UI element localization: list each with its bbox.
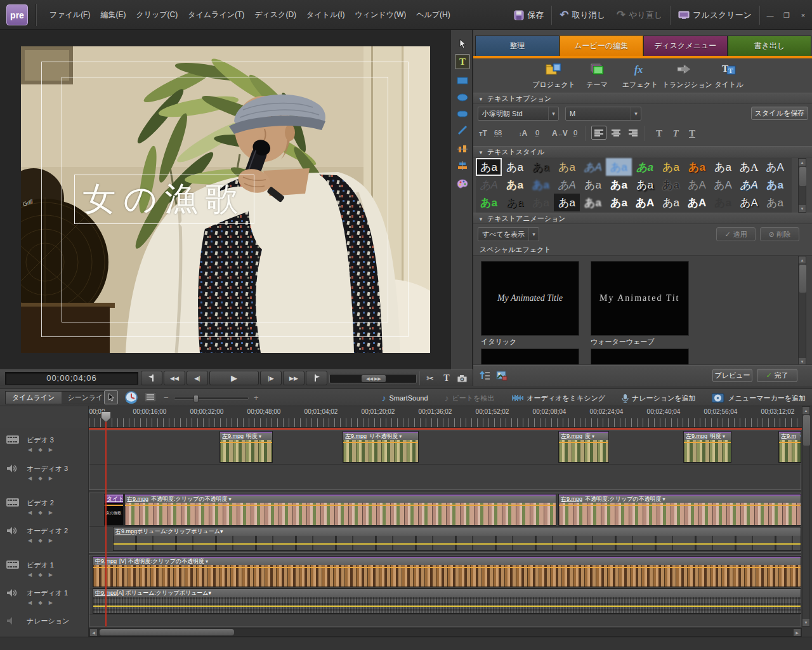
color-properties-tool[interactable]	[455, 176, 470, 191]
keyframe-nav[interactable]: ◀ ◆ ▶	[28, 572, 55, 578]
rectangle-tool[interactable]	[455, 73, 470, 88]
rewind-button[interactable]: ◀◀	[164, 371, 185, 385]
distribute-objects-tool[interactable]	[455, 142, 470, 157]
clip-header[interactable]: 右9.mpgボリューム:クリップボリューム▾	[114, 527, 801, 536]
audio-waveform[interactable]	[93, 597, 801, 613]
step-forward-button[interactable]: |▶	[260, 371, 282, 385]
redo-button[interactable]: ↷やり直し	[613, 7, 666, 23]
text-style-swatch[interactable]: あa	[580, 194, 606, 211]
text-style-swatch[interactable]: あA	[736, 194, 762, 211]
shuttle-handle[interactable]: ◀◀ ▶▶	[362, 375, 386, 382]
menu-item[interactable]: 編集(E)	[95, 7, 131, 23]
timeline-clip-title[interactable]: タイト 女の漁歌	[104, 494, 124, 526]
save-button[interactable]: 保存	[510, 7, 547, 23]
scrollbar-thumb[interactable]	[799, 167, 806, 186]
text-style-swatch[interactable]: あa	[528, 176, 554, 194]
thumbnail-view-icon[interactable]	[496, 370, 508, 381]
razor-split-button[interactable]: ✂	[422, 371, 438, 385]
scrollbar-thumb[interactable]	[799, 265, 806, 293]
text-options-header[interactable]: ▼テキストオプション	[473, 93, 812, 104]
shuttle-control[interactable]: ◀◀ ▶▶	[329, 374, 417, 383]
add-narration-button[interactable]: ナレーションを追加	[622, 394, 696, 403]
track-header-video1[interactable]: ビデオ 1 ◀ ◆ ▶	[0, 558, 89, 586]
keyframe-nav[interactable]: ◀ ◆ ▶	[28, 447, 55, 453]
clip-thumbnails[interactable]	[559, 503, 801, 525]
scroll-left-arrow[interactable]: ◀	[90, 629, 97, 636]
text-style-swatch[interactable]: あa	[632, 158, 658, 176]
dropdown-arrow-icon[interactable]: ▾	[399, 434, 402, 439]
clip-thumbnails[interactable]	[559, 440, 608, 462]
italic-button[interactable]: T	[669, 126, 683, 140]
smartsound-button[interactable]: ♪SmartSound	[381, 394, 428, 402]
text-style-swatch[interactable]: あA	[762, 158, 788, 176]
clip-header[interactable]: タイト	[105, 494, 123, 503]
track-header-audio2[interactable]: オーディオ 2 ◀ ◆ ▶	[0, 524, 89, 552]
text-style-swatch[interactable]: あa	[710, 158, 736, 176]
workspace-tab[interactable]: 整理	[475, 36, 560, 56]
text-style-swatch[interactable]: あa	[762, 176, 788, 194]
timeline-zoom-slider[interactable]	[174, 397, 249, 400]
text-tool[interactable]: T	[455, 54, 470, 69]
text-style-swatch[interactable]: あa	[502, 158, 528, 176]
text-style-swatch[interactable]: あA	[736, 158, 762, 176]
text-style-swatch[interactable]: あa	[606, 158, 632, 176]
clip-header[interactable]: 左9.m▾	[779, 432, 801, 440]
align-left-button[interactable]	[591, 126, 606, 140]
menu-item[interactable]: クリップ(C)	[131, 7, 183, 23]
restore-button[interactable]: ❐	[780, 10, 793, 21]
dropdown-arrow-icon[interactable]: ▾	[800, 434, 801, 439]
fast-forward-button[interactable]: ▶▶	[283, 371, 304, 385]
text-style-swatch[interactable]: あa	[762, 194, 788, 211]
menu-item[interactable]: タイムライン(T)	[183, 7, 249, 23]
clip-thumbnails[interactable]	[684, 440, 731, 462]
dropdown-arrow-icon[interactable]: ▾	[663, 496, 665, 502]
fullscreen-button[interactable]: フルスクリーン	[674, 7, 756, 23]
nav-transitions[interactable]: トランジション	[662, 62, 707, 90]
timeline-horizontal-scrollbar[interactable]: ◀ ▶	[89, 628, 802, 637]
timeline-selection-tool[interactable]	[104, 390, 118, 404]
previous-edit-button[interactable]	[141, 371, 162, 385]
scroll-up-arrow[interactable]: ▲	[799, 256, 806, 263]
audio-waveform[interactable]	[114, 536, 801, 550]
text-style-swatch[interactable]: あa	[632, 176, 658, 194]
line-tool[interactable]	[455, 123, 470, 138]
dropdown-arrow-icon[interactable]: ▾	[229, 496, 232, 502]
done-button[interactable]: ✓完了	[757, 369, 797, 382]
clip-header[interactable]: 右9.mpg不透明度:クリップの不透明度▾	[559, 494, 801, 503]
text-style-swatch[interactable]: あa	[606, 194, 632, 211]
text-style-swatch[interactable]: あa	[710, 194, 736, 211]
text-style-swatch[interactable]: あa	[580, 176, 606, 194]
clip-thumbnails[interactable]: 女の漁歌	[105, 503, 123, 525]
font-family-select[interactable]: 小塚明朝 Std▾	[478, 107, 559, 121]
step-back-button[interactable]: ◀|	[187, 371, 208, 385]
text-style-swatch[interactable]: あa	[554, 194, 580, 211]
rounded-rectangle-tool[interactable]	[455, 106, 470, 121]
timeline-clip-video3[interactable]: 左9.mpg明度▾	[683, 431, 731, 463]
dropdown-arrow-icon[interactable]: ▾	[209, 590, 212, 596]
next-edit-button[interactable]	[306, 371, 327, 385]
keyframe-nav[interactable]: ◀ ◆ ▶	[28, 510, 55, 515]
text-style-swatch[interactable]: あa	[476, 158, 502, 176]
play-button[interactable]: ▶	[209, 371, 259, 385]
text-animation-header[interactable]: ▼テキストアニメーション	[473, 213, 812, 224]
align-objects-tool[interactable]	[455, 158, 470, 173]
clip-header[interactable]: 左9.mpg明度▾	[684, 432, 731, 440]
clip-header[interactable]: 左9.mpg度▾	[559, 432, 608, 440]
dropdown-arrow-icon[interactable]: ▾	[206, 559, 208, 564]
scroll-right-arrow[interactable]: ▶	[794, 629, 801, 636]
ellipse-tool[interactable]	[455, 90, 470, 105]
text-style-swatch[interactable]: あA	[580, 158, 606, 176]
scroll-down-arrow[interactable]: ▼	[799, 205, 806, 212]
clip-header[interactable]: 左9.mpgり不透明度▾	[343, 432, 418, 440]
text-style-swatch[interactable]: あA	[554, 176, 580, 194]
timeline-clip-video2-a[interactable]: 右9.mpg不透明度:クリップの不透明度▾	[124, 494, 556, 526]
nav-themes[interactable]: テーマ	[575, 62, 619, 90]
workspace-tab[interactable]: 書き出し	[728, 36, 812, 56]
preview-button[interactable]: プレビュー	[712, 369, 752, 382]
keyframe-nav[interactable]: ◀ ◆ ▶	[28, 600, 55, 606]
text-style-swatch[interactable]: あa	[528, 194, 554, 211]
scrollbar-thumb[interactable]	[100, 629, 234, 635]
title-text[interactable]: 女の漁歌	[82, 177, 246, 222]
zoom-slider-thumb[interactable]	[193, 395, 199, 402]
close-button[interactable]: ×	[797, 10, 809, 21]
